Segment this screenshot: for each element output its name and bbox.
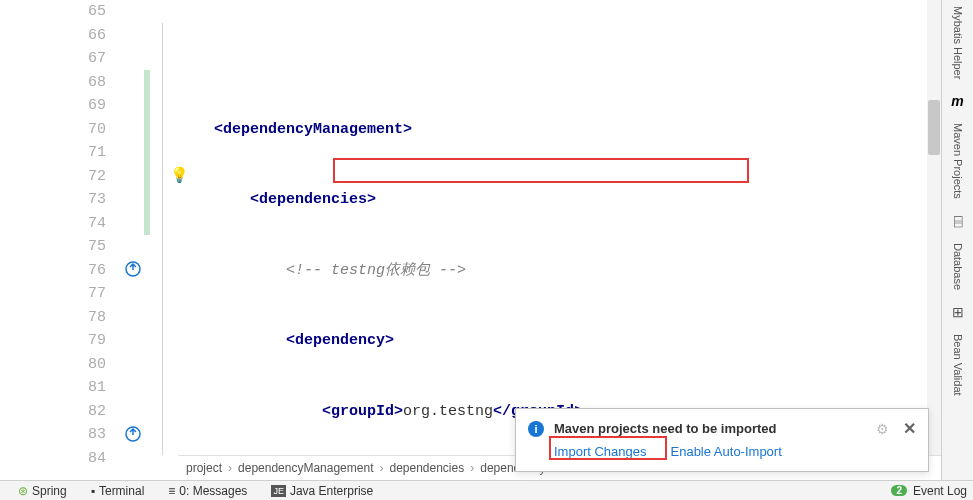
vertical-scrollbar[interactable] bbox=[927, 0, 941, 455]
info-icon: i bbox=[528, 421, 544, 437]
gutter: 65 66 67 68 69 70 71 72 73 74 75 76 77 7… bbox=[0, 0, 178, 455]
line-number: 70 bbox=[0, 118, 106, 142]
line-number: 78 bbox=[0, 306, 106, 330]
line-number: 76 bbox=[0, 259, 106, 283]
bottom-tool-bar: ⊛ Spring ▪ Terminal ≡ 0: Messages JE Jav… bbox=[0, 480, 973, 500]
code-line: <dependencies> bbox=[178, 188, 941, 212]
fold-bar bbox=[156, 0, 169, 455]
code-line: <dependencyManagement> bbox=[178, 118, 941, 142]
line-number: 84 bbox=[0, 447, 106, 471]
code-line: <!-- testng依赖包 --> bbox=[178, 259, 941, 283]
editor-area: 65 66 67 68 69 70 71 72 73 74 75 76 77 7… bbox=[0, 0, 941, 455]
maven-icon[interactable]: m bbox=[951, 91, 963, 111]
database-icon[interactable]: ⌸ bbox=[954, 211, 962, 231]
line-number: 68 bbox=[0, 71, 106, 95]
bean-icon[interactable]: ⊞ bbox=[952, 302, 964, 322]
terminal-icon: ▪ bbox=[91, 484, 95, 498]
breadcrumb-item[interactable]: project bbox=[186, 461, 222, 475]
line-number: 67 bbox=[0, 47, 106, 71]
line-number: 69 bbox=[0, 94, 106, 118]
right-tab-maven[interactable]: Maven Projects bbox=[950, 119, 966, 203]
bottom-tab-spring[interactable]: ⊛ Spring bbox=[6, 484, 79, 498]
event-log-link[interactable]: Event Log bbox=[913, 484, 967, 498]
maven-import-notification: i Maven projects need to be imported ⚙ ✕… bbox=[515, 408, 929, 472]
code-line bbox=[178, 47, 941, 71]
line-number: 66 bbox=[0, 24, 106, 48]
chevron-right-icon: › bbox=[470, 461, 474, 475]
event-count-badge: 2 bbox=[891, 485, 907, 496]
line-number: 82 bbox=[0, 400, 106, 424]
bottom-tab-messages[interactable]: ≡ 0: Messages bbox=[156, 484, 259, 498]
right-tab-database[interactable]: Database bbox=[950, 239, 966, 294]
right-tab-bean-validation[interactable]: Bean Validat bbox=[950, 330, 966, 400]
bottom-right: 2 Event Log bbox=[891, 484, 967, 498]
line-number: 65 bbox=[0, 0, 106, 24]
line-number: 73 bbox=[0, 188, 106, 212]
line-number: 74 bbox=[0, 212, 106, 236]
line-number: 80 bbox=[0, 353, 106, 377]
line-numbers: 65 66 67 68 69 70 71 72 73 74 75 76 77 7… bbox=[0, 0, 128, 455]
bottom-tab-terminal[interactable]: ▪ Terminal bbox=[79, 484, 157, 498]
line-number: 71 bbox=[0, 141, 106, 165]
line-number: 81 bbox=[0, 376, 106, 400]
je-icon: JE bbox=[271, 485, 286, 497]
line-number: 79 bbox=[0, 329, 106, 353]
breadcrumb-item[interactable]: dependencies bbox=[389, 461, 464, 475]
chevron-right-icon: › bbox=[379, 461, 383, 475]
messages-icon: ≡ bbox=[168, 484, 175, 498]
right-tool-panel: Mybatis Helper m Maven Projects ⌸ Databa… bbox=[941, 0, 973, 480]
chevron-right-icon: › bbox=[228, 461, 232, 475]
line-number: 77 bbox=[0, 282, 106, 306]
close-icon[interactable]: ✕ bbox=[903, 419, 916, 438]
line-number: 83 bbox=[0, 423, 106, 447]
breadcrumb-item[interactable]: dependencyManagement bbox=[238, 461, 373, 475]
line-number: 75 bbox=[0, 235, 106, 259]
spring-icon: ⊛ bbox=[18, 484, 28, 498]
gear-icon[interactable]: ⚙ bbox=[876, 421, 889, 437]
right-tab-mybatis[interactable]: Mybatis Helper bbox=[950, 2, 966, 83]
bottom-tab-java-enterprise[interactable]: JE Java Enterprise bbox=[259, 484, 385, 498]
notification-links: Import Changes Enable Auto-Import bbox=[554, 444, 916, 459]
code-content[interactable]: <dependencyManagement> <dependencies> <!… bbox=[178, 0, 941, 455]
enable-auto-import-link[interactable]: Enable Auto-Import bbox=[671, 444, 782, 459]
notification-header: i Maven projects need to be imported ⚙ ✕ bbox=[528, 419, 916, 438]
gutter-marks: 💡 bbox=[128, 0, 178, 455]
bookmark-icon[interactable] bbox=[124, 260, 142, 278]
line-number: 72 bbox=[0, 165, 106, 189]
scrollbar-thumb[interactable] bbox=[928, 100, 940, 155]
bookmark-icon[interactable] bbox=[124, 425, 142, 443]
annotation-highlight-box bbox=[333, 158, 749, 183]
notification-title: Maven projects need to be imported bbox=[554, 421, 777, 436]
code-line: <dependency> bbox=[178, 329, 941, 353]
vcs-change-marker bbox=[144, 70, 150, 235]
import-changes-link[interactable]: Import Changes bbox=[554, 444, 647, 459]
